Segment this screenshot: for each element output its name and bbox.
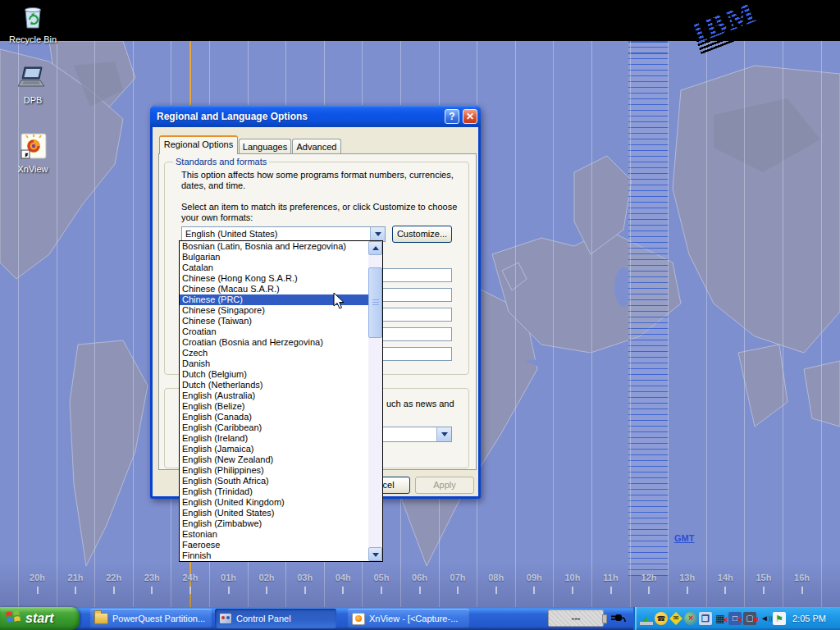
antivirus-icon[interactable]: ✕ [684, 612, 697, 625]
start-button[interactable]: start [0, 607, 80, 630]
timezone-label: 12h [641, 573, 657, 582]
battery-meter[interactable]: --- [548, 609, 604, 627]
timezone-tick [533, 587, 535, 594]
language-option[interactable]: English (Caribbean) [180, 422, 368, 433]
chevron-down-icon[interactable] [370, 227, 385, 241]
timezone-tick [37, 587, 39, 594]
timezone-tick [113, 587, 115, 594]
timezone-label: 10h [564, 573, 580, 582]
timezone-label: 21h [68, 573, 84, 582]
timezone-label: 09h [527, 573, 542, 582]
language-option[interactable]: Chinese (Hong Kong S.A.R.) [180, 273, 368, 284]
timezone-tick [457, 587, 459, 594]
clock[interactable]: 2:05 PM [792, 614, 826, 623]
language-option[interactable]: Dutch (Netherlands) [180, 380, 368, 390]
language-option[interactable]: English (Canada) [180, 412, 368, 422]
language-option[interactable]: English (Jamaica) [180, 444, 368, 454]
timezone-tick [724, 587, 726, 594]
help-button[interactable]: ? [445, 109, 459, 124]
language-option[interactable]: Bosnian (Latin, Bosnia and Herzegovina) [180, 241, 368, 252]
gmt-meridian-band [628, 41, 669, 576]
close-button[interactable]: ✕ [463, 109, 477, 124]
language-option[interactable]: Estonian [180, 529, 368, 540]
timezone-label: 14h [718, 573, 733, 582]
timezone-label: 23h [144, 573, 160, 582]
customize-button[interactable]: Customize... [392, 226, 452, 243]
language-option[interactable]: Bulgarian [180, 252, 368, 262]
language-option[interactable]: English (United States) [180, 508, 368, 518]
volume-icon[interactable]: ◄ [758, 612, 771, 625]
network-places-icon[interactable]: ❐ [699, 612, 712, 625]
language-option[interactable]: Dutch (Belgium) [180, 369, 368, 380]
chevron-down-icon[interactable] [436, 427, 451, 441]
desktop-icon-label: DPB [24, 95, 43, 105]
gmt-label: GMT [674, 533, 694, 543]
apply-button[interactable]: Apply [415, 477, 474, 494]
language-option[interactable]: English (Australia) [180, 390, 368, 401]
taskbar-button-powerquest[interactable]: PowerQuest Partition... [90, 609, 212, 628]
timezone-boundary-line [133, 41, 134, 607]
tab-regional-options[interactable]: Regional Options [159, 135, 238, 154]
computer-offline-icon[interactable]: □ [728, 612, 742, 625]
language-option[interactable]: English (Trinidad) [180, 486, 368, 497]
taskbar: start PowerQuest Partition... Control Pa… [0, 607, 840, 630]
tab-languages[interactable]: Languages [239, 139, 291, 154]
language-option[interactable]: English (New Zealand) [180, 454, 368, 465]
timezone-label: 05h [373, 573, 389, 582]
taskbar-button-xnview[interactable]: XnView - [<Capture-... [348, 609, 469, 628]
language-option[interactable]: English (Philippines) [180, 465, 368, 476]
timezone-boundary-line [553, 41, 554, 607]
top-banner: IBM [0, 0, 840, 41]
language-option[interactable]: Finnish [180, 550, 368, 561]
language-combobox-value: English (United States) [185, 229, 278, 239]
language-option[interactable]: Catalan [180, 262, 368, 273]
scroll-up-icon[interactable] [368, 241, 382, 255]
language-option[interactable]: English (South Africa) [180, 476, 368, 486]
timezone-label: 01h [221, 573, 236, 582]
timezone-boundary-line [591, 41, 592, 607]
input-flag-icon[interactable]: ⚑ [773, 612, 786, 625]
timezone-boundary-line [706, 41, 707, 607]
xnview-icon [352, 613, 365, 625]
language-option[interactable]: Czech [180, 348, 368, 358]
scroll-down-icon[interactable] [368, 547, 382, 561]
taskbar-button-label: Control Panel [236, 614, 291, 623]
timezone-tick [687, 587, 688, 594]
scrollbar-thumb[interactable] [368, 267, 382, 338]
language-option[interactable]: Chinese (Taiwan) [180, 316, 368, 326]
timezone-tick [419, 587, 421, 594]
start-button-label: start [25, 611, 54, 626]
language-option[interactable]: Croatian (Bosnia and Herzegovina) [180, 337, 368, 348]
language-option[interactable]: English (Zimbabwe) [180, 518, 368, 529]
dialog-titlebar[interactable]: Regional and Language Options ? ✕ [150, 105, 481, 127]
standards-description: This option affects how some programs fo… [181, 170, 464, 191]
taskbar-button-label: XnView - [<Capture-... [369, 614, 458, 623]
taskbar-button-control-panel[interactable]: Control Panel [215, 609, 336, 628]
safely-remove-icon[interactable]: ▲ [640, 612, 653, 625]
language-option[interactable]: Faeroese [180, 540, 368, 550]
language-option[interactable]: English (Belize) [180, 401, 368, 412]
tab-advanced[interactable]: Advanced [292, 139, 341, 154]
messenger-icon[interactable]: ☎ [655, 612, 668, 625]
list-scrollbar[interactable] [368, 241, 382, 561]
signal-blocked-icon[interactable]: ▦ [714, 612, 727, 625]
timezone-tick [495, 587, 497, 594]
folder-icon [94, 613, 108, 624]
language-option[interactable]: English (Ireland) [180, 433, 368, 444]
timezone-tick [801, 587, 803, 594]
mail-alert-icon[interactable]: ✉ [669, 612, 682, 625]
timezone-tick [342, 587, 344, 594]
wireless-error-icon[interactable]: ▢ [743, 612, 756, 625]
timezone-boundary-line [630, 41, 631, 607]
desktop-icon-xnview[interactable]: XnView [7, 133, 59, 176]
desktop-icon-dpb[interactable]: DPB [7, 64, 59, 107]
timezone-label: 20h [30, 573, 45, 582]
timezone-label: 13h [679, 573, 695, 582]
language-option[interactable]: Croatian [180, 326, 368, 337]
language-option[interactable]: Danish [180, 358, 368, 369]
timezone-tick [75, 587, 76, 594]
timezone-label: 24h [182, 573, 198, 582]
timezone-boundary-line [744, 41, 745, 607]
desktop-icon-recycle-bin[interactable]: Recycle Bin [7, 3, 59, 46]
language-option[interactable]: English (United Kingdom) [180, 497, 368, 508]
